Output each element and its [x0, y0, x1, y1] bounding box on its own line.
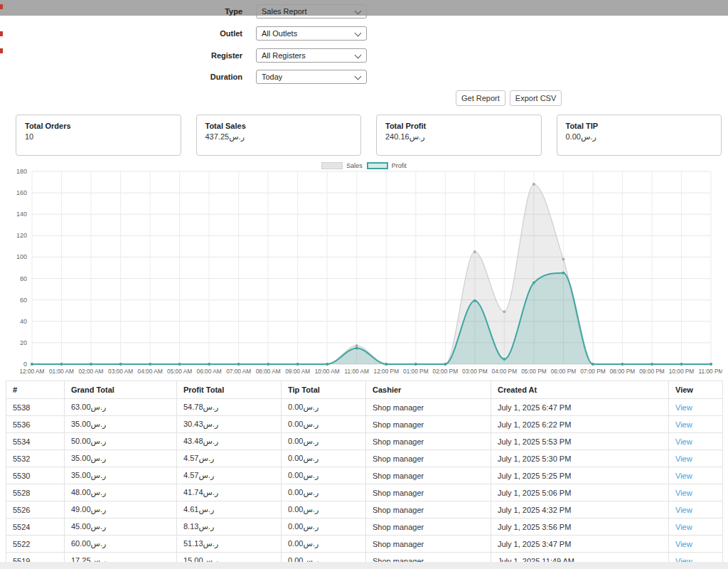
- chart-canvas: 02040608010012014016018012:00 AM01:00 AM…: [6, 161, 722, 374]
- filter-row-type: Type Sales Report: [0, 4, 384, 18]
- svg-text:06:00 PM: 06:00 PM: [551, 368, 577, 374]
- chart-legend: Sales Profit: [6, 161, 722, 170]
- sales-legend-label: Sales: [346, 162, 363, 169]
- svg-text:11:00 AM: 11:00 AM: [344, 368, 369, 374]
- grand-total-cell: 50.00ر.س: [65, 433, 177, 450]
- type-select-value: Sales Report: [262, 7, 307, 16]
- svg-text:40: 40: [20, 318, 27, 325]
- table-row: 552848.00ر.س41.74ر.س0.00ر.سShop managerJ…: [6, 484, 723, 501]
- view-link[interactable]: View: [675, 540, 692, 548]
- profit-legend-item[interactable]: Profit: [367, 162, 407, 169]
- sales-legend-item[interactable]: Sales: [321, 162, 363, 169]
- created-at-cell: July 1, 2025 5:30 PM: [491, 450, 669, 467]
- card-value: 0.00ر.س: [566, 132, 713, 142]
- sales-legend-swatch: [321, 162, 343, 169]
- svg-text:09:00 AM: 09:00 AM: [285, 368, 310, 374]
- svg-text:20: 20: [20, 339, 27, 346]
- tip-total-cell: 0.00ر.س: [282, 416, 366, 433]
- col-header-created-at: Created At: [491, 381, 669, 399]
- type-select[interactable]: Sales Report: [256, 4, 367, 18]
- profit-total-cell: 41.74ر.س: [177, 484, 282, 501]
- profit-total-cell: 43.48ر.س: [177, 433, 282, 450]
- view-cell: View: [669, 501, 723, 519]
- order-id-cell: 5534: [6, 433, 65, 450]
- view-cell: View: [669, 433, 723, 450]
- col-header-cashier: Cashier: [366, 381, 491, 399]
- view-link[interactable]: View: [675, 489, 692, 497]
- profit-total-cell: 4.57ر.س: [177, 467, 282, 484]
- order-id-cell: 5530: [6, 467, 65, 484]
- svg-text:120: 120: [16, 232, 27, 239]
- register-label: Register: [0, 51, 242, 60]
- grand-total-cell: 60.00ر.س: [65, 536, 177, 553]
- cashier-cell: Shop manager: [366, 484, 491, 501]
- svg-text:160: 160: [16, 189, 27, 196]
- grand-total-cell: 35.00ر.س: [65, 467, 177, 484]
- profit-total-cell: 4.61ر.س: [177, 501, 282, 519]
- export-csv-button[interactable]: Export CSV: [510, 90, 562, 106]
- cashier-cell: Shop manager: [366, 399, 491, 416]
- table-row: 552260.00ر.س51.13ر.س0.00ر.سShop managerJ…: [6, 536, 723, 553]
- svg-text:09:00 PM: 09:00 PM: [639, 368, 665, 374]
- view-cell: View: [669, 484, 723, 501]
- svg-text:04:00 PM: 04:00 PM: [492, 368, 518, 374]
- duration-label: Duration: [0, 73, 242, 81]
- order-id-cell: 5526: [6, 501, 65, 519]
- created-at-cell: July 1, 2025 4:32 PM: [491, 501, 669, 519]
- svg-text:12:00 AM: 12:00 AM: [19, 368, 44, 374]
- view-cell: View: [669, 467, 723, 484]
- register-select[interactable]: All Registers: [256, 48, 367, 63]
- svg-text:02:00 AM: 02:00 AM: [78, 368, 103, 374]
- chevron-down-icon: [355, 52, 362, 59]
- created-at-cell: July 1, 2025 6:22 PM: [491, 416, 669, 433]
- tip-total-cell: 0.00ر.س: [282, 536, 366, 553]
- created-at-cell: July 1, 2025 3:47 PM: [491, 536, 669, 553]
- svg-text:80: 80: [20, 275, 27, 282]
- created-at-cell: July 1, 2025 5:25 PM: [491, 467, 669, 484]
- svg-text:11:00 PM: 11:00 PM: [699, 368, 722, 374]
- profit-legend-swatch: [367, 162, 388, 169]
- chevron-down-icon: [355, 30, 362, 37]
- table-row: 553235.00ر.س4.57ر.س0.00ر.سShop managerJu…: [6, 450, 723, 467]
- filter-row-duration: Duration Today: [0, 70, 384, 84]
- get-report-button[interactable]: Get Report: [456, 90, 505, 106]
- svg-text:0: 0: [23, 361, 27, 368]
- outlet-label: Outlet: [0, 29, 242, 38]
- table-row: 553863.00ر.س54.78ر.س0.00ر.سShop managerJ…: [6, 399, 723, 416]
- order-id-cell: 5538: [6, 399, 65, 416]
- view-link[interactable]: View: [675, 523, 692, 531]
- duration-select[interactable]: Today: [256, 70, 367, 84]
- view-link[interactable]: View: [675, 403, 692, 412]
- chevron-down-icon: [355, 8, 362, 15]
- sales-profit-chart: 02040608010012014016018012:00 AM01:00 AM…: [6, 161, 722, 376]
- view-link[interactable]: View: [675, 454, 692, 463]
- table-row: 553035.00ر.س4.57ر.س0.00ر.سShop managerJu…: [6, 467, 723, 484]
- grand-total-cell: 35.00ر.س: [65, 450, 177, 467]
- tip-total-cell: 0.00ر.س: [282, 433, 366, 450]
- svg-text:100: 100: [16, 253, 27, 260]
- svg-text:02:00 PM: 02:00 PM: [433, 368, 459, 374]
- svg-text:03:00 PM: 03:00 PM: [462, 368, 488, 374]
- total-tip-card: Total TIP 0.00ر.س: [557, 115, 722, 156]
- bottom-gray-strip: [0, 562, 728, 569]
- grand-total-cell: 48.00ر.س: [65, 484, 177, 501]
- register-select-value: All Registers: [262, 51, 306, 60]
- svg-text:07:00 AM: 07:00 AM: [226, 368, 251, 374]
- view-link[interactable]: View: [675, 420, 692, 429]
- tip-total-cell: 0.00ر.س: [282, 450, 366, 467]
- view-cell: View: [669, 536, 723, 553]
- outlet-select[interactable]: All Outlets: [256, 26, 367, 41]
- col-header-profit-total: Profit Total: [177, 381, 282, 399]
- view-link[interactable]: View: [675, 437, 692, 446]
- profit-legend-label: Profit: [392, 162, 407, 169]
- tip-total-cell: 0.00ر.س: [282, 399, 366, 416]
- card-label: Total Orders: [25, 122, 172, 130]
- card-value: 240.16ر.س: [385, 132, 532, 142]
- table-row: 553450.00ر.س43.48ر.س0.00ر.سShop managerJ…: [6, 433, 723, 450]
- order-id-cell: 5532: [6, 450, 65, 467]
- grand-total-cell: 35.00ر.س: [65, 416, 177, 433]
- cashier-cell: Shop manager: [366, 450, 491, 467]
- view-link[interactable]: View: [675, 506, 692, 514]
- view-link[interactable]: View: [675, 472, 692, 480]
- svg-text:07:00 PM: 07:00 PM: [580, 368, 606, 374]
